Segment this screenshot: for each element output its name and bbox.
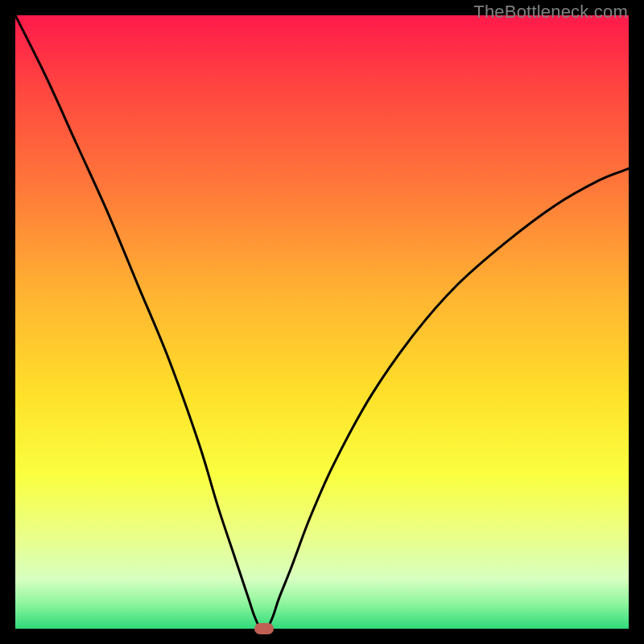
min-marker [254, 623, 274, 634]
curve-path [15, 15, 629, 629]
plot-area [15, 15, 629, 629]
chart-frame: TheBottleneck.com [0, 0, 644, 644]
bottleneck-curve [15, 15, 629, 629]
watermark-text: TheBottleneck.com [473, 2, 628, 23]
